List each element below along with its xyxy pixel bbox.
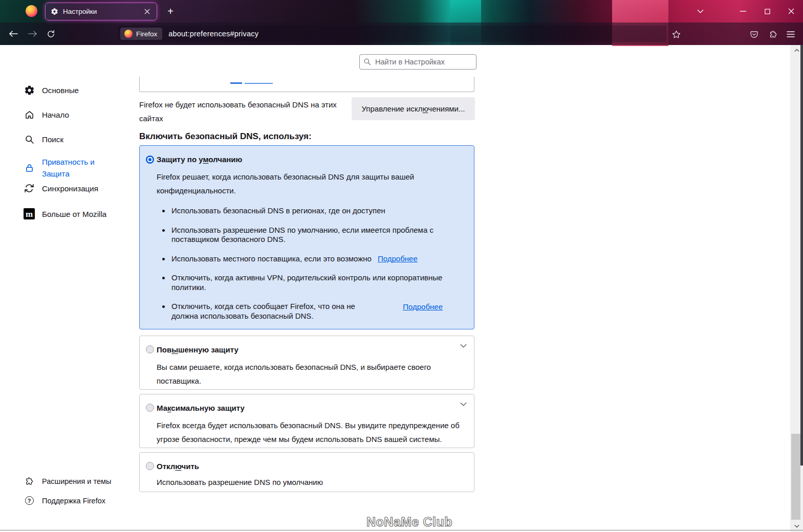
url-text: about:preferences#privacy [168,30,258,38]
chevron-down-icon[interactable] [460,344,467,348]
sidebar-item-label: Больше от Mozilla [42,210,106,218]
tab-settings[interactable]: Настройки [45,3,157,20]
gear-icon [51,8,58,15]
screenshot-bottom-edge [0,530,803,530]
bookmark-star-icon[interactable] [669,28,683,41]
sidebar-item-sync[interactable]: Синхронизация [23,183,98,193]
identity-chip[interactable]: Firefox [120,28,162,40]
bullet-item: Отключить, когда сеть сообщает Firefox, … [170,302,457,321]
manage-exceptions-button[interactable]: Управление исключениями... [352,97,475,120]
bullet-item: Отключить, когда активны VPN, родительск… [170,273,457,292]
tab-close-icon[interactable] [141,6,153,17]
option-description: Firefox всегда будет использовать безопа… [157,418,466,446]
scrollbar-down-arrow[interactable] [793,522,801,530]
firefox-logo-icon [26,5,37,17]
sidebar-item-label: Расширения и темы [42,477,111,485]
learn-more-link[interactable]: Подробнее [378,254,418,263]
doh-option-default-protection[interactable]: Защиту по умолчанию Firefox решает, когд… [139,145,474,329]
option-description: Вы сами решаете, когда использовать безо… [157,360,438,388]
extensions-puzzle-icon[interactable] [766,28,779,41]
scrollbar-up-arrow[interactable] [793,46,801,54]
pocket-icon[interactable] [747,28,761,41]
list-tabs-chevron-icon[interactable] [692,4,708,18]
radio-default-protection[interactable] [146,156,154,164]
radio-increased-protection[interactable] [146,345,154,353]
window-close-button[interactable] [783,4,799,18]
sync-icon [23,183,35,193]
sidebar-item-label: Синхронизация [42,184,98,193]
puzzle-icon [23,477,35,486]
scrollbar-thumb[interactable] [791,434,800,520]
bullet-item: Использовать местного поставщика, если э… [170,254,457,264]
sidebar-item-privacy[interactable]: Приватность и Защита [23,154,108,181]
new-tab-button[interactable]: + [164,5,177,18]
doh-heading: Включить безопасный DNS, используя: [139,131,312,142]
doh-exceptions-note: Firefox не будет использовать безопасный… [139,98,354,125]
url-bar[interactable]: Firefox about:preferences#privacy [118,26,666,42]
option-label: Отключить [157,462,199,471]
search-icon [23,134,35,145]
chevron-down-icon[interactable] [460,402,467,406]
option-label: Максимальную защиту [157,404,245,412]
doh-option-increased-protection[interactable]: Повышенную защиту Вы сами решаете, когда… [139,336,474,390]
window-maximize-button[interactable] [759,4,775,18]
settings-search [359,54,476,70]
radio-off[interactable] [146,462,154,470]
settings-search-input[interactable] [359,54,476,70]
default-protection-bullets: Использовать безопасный DNS в регионах, … [170,206,457,330]
sidebar-item-firefox-support[interactable]: ? Поддержка Firefox [23,496,105,505]
learn-more-link[interactable]: Подробнее [403,302,443,312]
doh-option-max-protection[interactable]: Максимальную защиту Firefox всегда будет… [139,394,474,448]
sidebar-item-search[interactable]: Поиск [23,134,63,145]
search-icon [363,58,371,65]
sidebar-item-label: Поиск [42,135,63,144]
tab-title: Настройки [63,8,141,15]
back-button[interactable] [6,27,20,40]
lock-icon [23,163,35,173]
sidebar-item-home[interactable]: Начало [23,109,69,120]
home-icon [23,109,35,120]
sidebar-item-label: Начало [42,110,69,119]
bullet-item: Использовать безопасный DNS в регионах, … [170,206,457,216]
clipped-link-fragment [245,83,273,84]
exceptions-list-box-clipped [139,77,474,92]
mozilla-m-icon: m [23,208,35,219]
gear-icon [23,85,35,96]
option-label: Повышенную защиту [157,345,238,354]
identity-label: Firefox [136,30,157,38]
reload-button[interactable] [44,27,58,40]
sidebar-item-more-mozilla[interactable]: m Больше от Mozilla [23,208,106,219]
watermark: NoNaMe Club [366,515,452,529]
bullet-item: Использовать разрешение DNS по умолчанию… [170,226,457,245]
option-description: Использовать разрешение DNS по умолчанию [157,475,464,489]
clipped-link-fragment [230,82,242,84]
option-description: Firefox решает, когда использовать безоп… [157,170,420,197]
screen-right-edge [800,45,803,465]
hamburger-menu-icon[interactable] [784,28,797,41]
question-icon: ? [23,496,35,505]
radio-max-protection[interactable] [146,404,154,412]
doh-option-off[interactable]: Отключить Использовать разрешение DNS по… [139,452,474,492]
sidebar-item-general[interactable]: Основные [23,85,79,96]
forward-button[interactable] [26,27,40,40]
firefox-logo-icon [124,30,133,38]
option-label: Защиту по умолчанию [157,155,242,164]
sidebar-item-label: Приватность и Защита [42,156,108,180]
window-minimize-button[interactable] [735,4,751,18]
sidebar-item-extensions-themes[interactable]: Расширения и темы [23,477,111,486]
sidebar-item-label: Поддержка Firefox [42,497,105,505]
sidebar-item-label: Основные [42,86,79,95]
